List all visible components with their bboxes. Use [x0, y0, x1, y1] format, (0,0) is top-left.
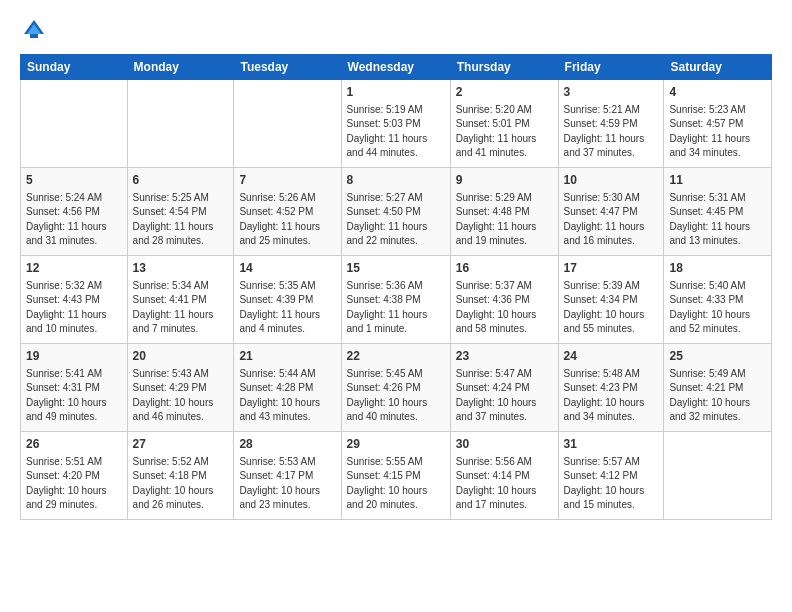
- day-cell-10: 10Sunrise: 5:30 AM Sunset: 4:47 PM Dayli…: [558, 168, 664, 256]
- day-number: 6: [133, 172, 229, 189]
- day-number: 28: [239, 436, 335, 453]
- day-info: Sunrise: 5:45 AM Sunset: 4:26 PM Dayligh…: [347, 367, 445, 425]
- weekday-header-friday: Friday: [558, 55, 664, 80]
- day-number: 25: [669, 348, 766, 365]
- day-number: 24: [564, 348, 659, 365]
- calendar-page: SundayMondayTuesdayWednesdayThursdayFrid…: [0, 0, 792, 612]
- day-cell-28: 28Sunrise: 5:53 AM Sunset: 4:17 PM Dayli…: [234, 432, 341, 520]
- day-cell-23: 23Sunrise: 5:47 AM Sunset: 4:24 PM Dayli…: [450, 344, 558, 432]
- day-number: 15: [347, 260, 445, 277]
- day-cell-25: 25Sunrise: 5:49 AM Sunset: 4:21 PM Dayli…: [664, 344, 772, 432]
- day-cell-11: 11Sunrise: 5:31 AM Sunset: 4:45 PM Dayli…: [664, 168, 772, 256]
- day-info: Sunrise: 5:29 AM Sunset: 4:48 PM Dayligh…: [456, 191, 553, 249]
- day-cell-29: 29Sunrise: 5:55 AM Sunset: 4:15 PM Dayli…: [341, 432, 450, 520]
- day-info: Sunrise: 5:44 AM Sunset: 4:28 PM Dayligh…: [239, 367, 335, 425]
- day-number: 30: [456, 436, 553, 453]
- day-info: Sunrise: 5:52 AM Sunset: 4:18 PM Dayligh…: [133, 455, 229, 513]
- day-info: Sunrise: 5:20 AM Sunset: 5:01 PM Dayligh…: [456, 103, 553, 161]
- day-number: 22: [347, 348, 445, 365]
- day-number: 27: [133, 436, 229, 453]
- empty-cell: [127, 80, 234, 168]
- day-number: 29: [347, 436, 445, 453]
- calendar-week-5: 26Sunrise: 5:51 AM Sunset: 4:20 PM Dayli…: [21, 432, 772, 520]
- day-number: 14: [239, 260, 335, 277]
- day-info: Sunrise: 5:53 AM Sunset: 4:17 PM Dayligh…: [239, 455, 335, 513]
- empty-cell: [21, 80, 128, 168]
- day-number: 9: [456, 172, 553, 189]
- day-number: 1: [347, 84, 445, 101]
- day-cell-26: 26Sunrise: 5:51 AM Sunset: 4:20 PM Dayli…: [21, 432, 128, 520]
- day-cell-21: 21Sunrise: 5:44 AM Sunset: 4:28 PM Dayli…: [234, 344, 341, 432]
- day-cell-2: 2Sunrise: 5:20 AM Sunset: 5:01 PM Daylig…: [450, 80, 558, 168]
- day-info: Sunrise: 5:39 AM Sunset: 4:34 PM Dayligh…: [564, 279, 659, 337]
- weekday-header-sunday: Sunday: [21, 55, 128, 80]
- day-info: Sunrise: 5:36 AM Sunset: 4:38 PM Dayligh…: [347, 279, 445, 337]
- day-cell-30: 30Sunrise: 5:56 AM Sunset: 4:14 PM Dayli…: [450, 432, 558, 520]
- day-info: Sunrise: 5:48 AM Sunset: 4:23 PM Dayligh…: [564, 367, 659, 425]
- day-cell-5: 5Sunrise: 5:24 AM Sunset: 4:56 PM Daylig…: [21, 168, 128, 256]
- day-cell-12: 12Sunrise: 5:32 AM Sunset: 4:43 PM Dayli…: [21, 256, 128, 344]
- day-number: 23: [456, 348, 553, 365]
- day-info: Sunrise: 5:27 AM Sunset: 4:50 PM Dayligh…: [347, 191, 445, 249]
- day-info: Sunrise: 5:23 AM Sunset: 4:57 PM Dayligh…: [669, 103, 766, 161]
- day-cell-19: 19Sunrise: 5:41 AM Sunset: 4:31 PM Dayli…: [21, 344, 128, 432]
- day-cell-14: 14Sunrise: 5:35 AM Sunset: 4:39 PM Dayli…: [234, 256, 341, 344]
- day-number: 13: [133, 260, 229, 277]
- weekday-header-thursday: Thursday: [450, 55, 558, 80]
- day-number: 17: [564, 260, 659, 277]
- weekday-header-wednesday: Wednesday: [341, 55, 450, 80]
- calendar-week-4: 19Sunrise: 5:41 AM Sunset: 4:31 PM Dayli…: [21, 344, 772, 432]
- day-info: Sunrise: 5:24 AM Sunset: 4:56 PM Dayligh…: [26, 191, 122, 249]
- day-number: 20: [133, 348, 229, 365]
- logo-icon: [20, 16, 48, 44]
- day-info: Sunrise: 5:55 AM Sunset: 4:15 PM Dayligh…: [347, 455, 445, 513]
- calendar-week-2: 5Sunrise: 5:24 AM Sunset: 4:56 PM Daylig…: [21, 168, 772, 256]
- day-cell-18: 18Sunrise: 5:40 AM Sunset: 4:33 PM Dayli…: [664, 256, 772, 344]
- day-number: 16: [456, 260, 553, 277]
- day-cell-31: 31Sunrise: 5:57 AM Sunset: 4:12 PM Dayli…: [558, 432, 664, 520]
- day-cell-8: 8Sunrise: 5:27 AM Sunset: 4:50 PM Daylig…: [341, 168, 450, 256]
- day-number: 11: [669, 172, 766, 189]
- header: [20, 16, 772, 44]
- day-cell-3: 3Sunrise: 5:21 AM Sunset: 4:59 PM Daylig…: [558, 80, 664, 168]
- empty-cell: [664, 432, 772, 520]
- day-info: Sunrise: 5:32 AM Sunset: 4:43 PM Dayligh…: [26, 279, 122, 337]
- day-info: Sunrise: 5:41 AM Sunset: 4:31 PM Dayligh…: [26, 367, 122, 425]
- day-number: 7: [239, 172, 335, 189]
- day-number: 31: [564, 436, 659, 453]
- weekday-header-saturday: Saturday: [664, 55, 772, 80]
- weekday-header-row: SundayMondayTuesdayWednesdayThursdayFrid…: [21, 55, 772, 80]
- day-cell-6: 6Sunrise: 5:25 AM Sunset: 4:54 PM Daylig…: [127, 168, 234, 256]
- day-cell-16: 16Sunrise: 5:37 AM Sunset: 4:36 PM Dayli…: [450, 256, 558, 344]
- day-info: Sunrise: 5:25 AM Sunset: 4:54 PM Dayligh…: [133, 191, 229, 249]
- day-info: Sunrise: 5:47 AM Sunset: 4:24 PM Dayligh…: [456, 367, 553, 425]
- day-info: Sunrise: 5:35 AM Sunset: 4:39 PM Dayligh…: [239, 279, 335, 337]
- day-info: Sunrise: 5:21 AM Sunset: 4:59 PM Dayligh…: [564, 103, 659, 161]
- day-cell-22: 22Sunrise: 5:45 AM Sunset: 4:26 PM Dayli…: [341, 344, 450, 432]
- weekday-header-tuesday: Tuesday: [234, 55, 341, 80]
- day-info: Sunrise: 5:26 AM Sunset: 4:52 PM Dayligh…: [239, 191, 335, 249]
- day-number: 8: [347, 172, 445, 189]
- day-number: 12: [26, 260, 122, 277]
- day-cell-24: 24Sunrise: 5:48 AM Sunset: 4:23 PM Dayli…: [558, 344, 664, 432]
- day-info: Sunrise: 5:43 AM Sunset: 4:29 PM Dayligh…: [133, 367, 229, 425]
- day-number: 18: [669, 260, 766, 277]
- day-cell-4: 4Sunrise: 5:23 AM Sunset: 4:57 PM Daylig…: [664, 80, 772, 168]
- calendar-table: SundayMondayTuesdayWednesdayThursdayFrid…: [20, 54, 772, 520]
- day-cell-1: 1Sunrise: 5:19 AM Sunset: 5:03 PM Daylig…: [341, 80, 450, 168]
- day-cell-20: 20Sunrise: 5:43 AM Sunset: 4:29 PM Dayli…: [127, 344, 234, 432]
- day-info: Sunrise: 5:19 AM Sunset: 5:03 PM Dayligh…: [347, 103, 445, 161]
- day-info: Sunrise: 5:51 AM Sunset: 4:20 PM Dayligh…: [26, 455, 122, 513]
- day-number: 21: [239, 348, 335, 365]
- day-cell-9: 9Sunrise: 5:29 AM Sunset: 4:48 PM Daylig…: [450, 168, 558, 256]
- day-info: Sunrise: 5:30 AM Sunset: 4:47 PM Dayligh…: [564, 191, 659, 249]
- weekday-header-monday: Monday: [127, 55, 234, 80]
- day-number: 10: [564, 172, 659, 189]
- day-cell-27: 27Sunrise: 5:52 AM Sunset: 4:18 PM Dayli…: [127, 432, 234, 520]
- day-cell-15: 15Sunrise: 5:36 AM Sunset: 4:38 PM Dayli…: [341, 256, 450, 344]
- day-cell-7: 7Sunrise: 5:26 AM Sunset: 4:52 PM Daylig…: [234, 168, 341, 256]
- day-info: Sunrise: 5:37 AM Sunset: 4:36 PM Dayligh…: [456, 279, 553, 337]
- day-info: Sunrise: 5:31 AM Sunset: 4:45 PM Dayligh…: [669, 191, 766, 249]
- day-number: 5: [26, 172, 122, 189]
- day-cell-17: 17Sunrise: 5:39 AM Sunset: 4:34 PM Dayli…: [558, 256, 664, 344]
